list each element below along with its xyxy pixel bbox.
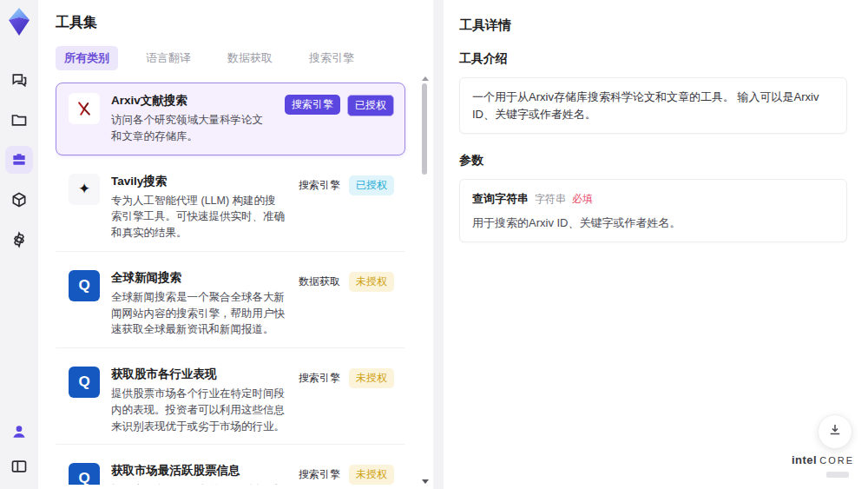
tool-card-tavily[interactable]: ✦ Tavily搜索 专为人工智能代理 (LLM) 构建的搜索引擎工具。可快速提… — [56, 163, 405, 252]
category-badge: 数据获取 — [297, 272, 342, 292]
category-badge: 搜索引擎 — [297, 368, 342, 388]
status-badge: 未授权 — [349, 272, 394, 292]
param-required-badge: 必填 — [572, 191, 593, 207]
app-logo — [6, 7, 32, 36]
tool-card-global-news[interactable]: Q 全球新闻搜索 全球新闻搜索是一个聚合全球各大新闻网站内容的搜索引擎，帮助用户… — [56, 260, 405, 348]
tab-all-categories[interactable]: 所有类别 — [56, 46, 118, 70]
intro-heading: 工具介绍 — [459, 51, 847, 67]
sidebar-item-models[interactable] — [5, 186, 33, 214]
category-badge: 搜索引擎 — [297, 175, 342, 195]
tool-description: 提供当天交易量最高的股票列表，投资者可以利用这些信息来识别流动性强的股票和潜在的… — [111, 482, 286, 485]
parameter-box: 查询字符串 字符串 必填 用于搜索的Arxiv ID、关键字或作者姓名。 — [459, 179, 847, 242]
sidebar-item-toolbox[interactable] — [5, 146, 33, 174]
sidebar-item-chat[interactable] — [5, 66, 33, 94]
sidebar-item-collapse[interactable] — [5, 453, 33, 480]
tool-intro-text: 一个用于从Arxiv存储库搜索科学论文和文章的工具。 输入可以是Arxiv ID… — [472, 90, 819, 121]
category-tabs: 所有类别 语言翻译 数据获取 搜索引擎 — [56, 46, 414, 70]
status-badge: 已授权 — [349, 175, 394, 195]
status-badge: 未授权 — [349, 465, 394, 485]
param-type: 字符串 — [535, 191, 566, 207]
intel-sub-badge — [826, 472, 849, 478]
tab-data-fetch[interactable]: 数据获取 — [219, 46, 281, 70]
tool-details-panel: 工具详情 工具介绍 一个用于从Arxiv存储库搜索科学论文和文章的工具。 输入可… — [444, 0, 868, 489]
details-title: 工具详情 — [459, 17, 847, 34]
tool-description: 全球新闻搜索是一个聚合全球各大新闻网站内容的搜索引擎，帮助用户快速获取全球最新资… — [111, 289, 286, 338]
status-badge: 未授权 — [349, 368, 394, 388]
folder-icon — [10, 111, 28, 129]
tool-description: 访问各个研究领域大量科学论文和文章的存储库。 — [111, 112, 273, 145]
tab-search-engine[interactable]: 搜索引擎 — [300, 46, 363, 70]
left-rail — [0, 0, 38, 489]
scroll-up-icon[interactable] — [422, 76, 429, 81]
gear-icon — [10, 231, 28, 248]
tool-name: 全球新闻搜索 — [111, 270, 286, 286]
chat-icon — [10, 71, 28, 89]
page-title: 工具集 — [56, 14, 414, 32]
tools-panel: 工具集 所有类别 语言翻译 数据获取 搜索引擎 Arxiv文献搜索 访问各个研究… — [38, 0, 433, 489]
status-badge: 已授权 — [347, 95, 394, 116]
category-badge: 搜索引擎 — [297, 465, 342, 485]
list-scrollbar[interactable] — [421, 76, 428, 484]
sidebar-item-account[interactable] — [5, 418, 33, 446]
param-description: 用于搜索的Arxiv ID、关键字或作者姓名。 — [472, 215, 834, 232]
news-logo-icon: Q — [69, 270, 100, 301]
toolbox-icon — [10, 151, 28, 169]
tool-card-active-stocks[interactable]: Q 获取市场最活跃股票信息 提供当天交易量最高的股票列表，投资者可以利用这些信息… — [56, 453, 405, 485]
scrollbar-thumb[interactable] — [422, 83, 427, 175]
download-icon — [827, 422, 843, 441]
tool-description: 专为人工智能代理 (LLM) 构建的搜索引擎工具。可快速提供实时、准确和真实的结… — [111, 193, 286, 241]
tool-card-arxiv[interactable]: Arxiv文献搜索 访问各个研究领域大量科学论文和文章的存储库。 搜索引擎 已授… — [56, 83, 405, 155]
tool-name: 获取股市各行业表现 — [111, 367, 286, 382]
arxiv-logo-icon — [69, 93, 100, 124]
param-name: 查询字符串 — [472, 190, 529, 208]
params-heading: 参数 — [459, 153, 847, 169]
panel-divider — [433, 0, 444, 489]
category-badge: 搜索引擎 — [285, 95, 340, 115]
cube-icon — [10, 191, 28, 208]
tool-intro-box: 一个用于从Arxiv存储库搜索科学论文和文章的工具。 输入可以是Arxiv ID… — [459, 77, 847, 134]
scroll-down-icon[interactable] — [422, 479, 429, 484]
sidebar-item-settings[interactable] — [5, 226, 33, 254]
tool-name: Tavily搜索 — [111, 174, 286, 189]
tool-list: Arxiv文献搜索 访问各个研究领域大量科学论文和文章的存储库。 搜索引擎 已授… — [56, 83, 414, 485]
intel-core-logo: intelCORE — [792, 453, 854, 480]
core-wordmark: CORE — [819, 455, 854, 466]
user-icon — [10, 423, 28, 440]
panel-toggle-icon — [10, 458, 28, 475]
app-window: 工具集 所有类别 语言翻译 数据获取 搜索引擎 Arxiv文献搜索 访问各个研究… — [0, 0, 868, 489]
tab-language-translation[interactable]: 语言翻译 — [137, 46, 200, 70]
sidebar-item-files[interactable] — [5, 106, 33, 134]
news-logo-icon: Q — [69, 367, 100, 398]
tool-name: 获取市场最活跃股票信息 — [111, 463, 286, 479]
intel-wordmark: intel — [792, 453, 817, 466]
news-logo-icon: Q — [69, 463, 100, 485]
download-button[interactable] — [818, 414, 852, 449]
sparkle-icon: ✦ — [69, 174, 100, 205]
tool-card-sector-performance[interactable]: Q 获取股市各行业表现 提供股票市场各个行业在特定时间段内的表现。投资者可以利用… — [56, 356, 405, 445]
tool-description: 提供股票市场各个行业在特定时间段内的表现。投资者可以利用这些信息来识别表现优于或… — [111, 386, 286, 434]
tool-name: Arxiv文献搜索 — [111, 93, 273, 109]
